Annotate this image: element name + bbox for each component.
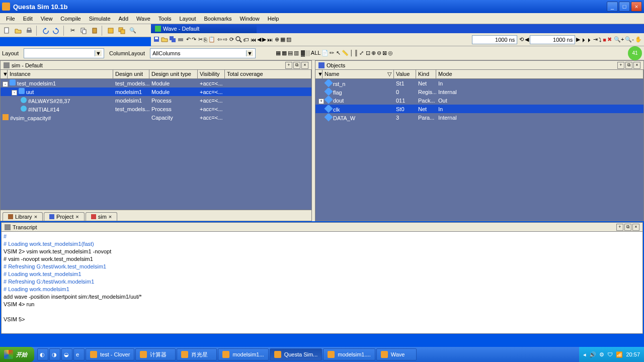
copy-icon[interactable]: ⎘ bbox=[204, 37, 207, 43]
zoom-sel-icon[interactable]: ⊠ bbox=[382, 50, 387, 56]
taskbar-item[interactable]: 计算器 bbox=[135, 348, 176, 360]
tool-b-icon[interactable]: ▩ bbox=[282, 50, 287, 56]
minimize-button[interactable]: _ bbox=[607, 2, 618, 12]
transcript-body[interactable]: ## Loading work.test_modelsim1(fast)VSIM… bbox=[2, 232, 642, 333]
compile-icon[interactable] bbox=[106, 26, 116, 36]
save-icon[interactable] bbox=[153, 36, 160, 44]
open-icon[interactable] bbox=[161, 36, 168, 44]
tool-a-icon[interactable]: ▦ bbox=[276, 50, 281, 56]
menu-help[interactable]: Help bbox=[264, 15, 283, 23]
taskbar-item[interactable]: Wave bbox=[376, 348, 417, 360]
open-icon[interactable] bbox=[13, 26, 23, 36]
panel-undock-button[interactable]: ⧉ bbox=[293, 62, 300, 69]
time-input-top[interactable] bbox=[472, 35, 517, 44]
quick-launch-1[interactable]: ◐ bbox=[37, 348, 48, 360]
tab-library[interactable]: Library× bbox=[3, 212, 43, 221]
column-layout-combo[interactable]: AllColumns ▼ bbox=[150, 48, 256, 58]
cursor1-icon[interactable]: │ bbox=[350, 50, 353, 56]
panel-close-button[interactable]: × bbox=[632, 224, 639, 231]
cursor-next-icon[interactable]: ▶ bbox=[262, 36, 266, 43]
taskbar-item[interactable]: Questa Sim... bbox=[270, 348, 323, 360]
menu-window[interactable]: Window bbox=[236, 15, 264, 23]
compile-all-icon[interactable] bbox=[117, 26, 127, 36]
taskbar-item[interactable]: modelsim1.... bbox=[323, 348, 375, 360]
panel-add-button[interactable]: + bbox=[616, 224, 623, 231]
col-mode[interactable]: Mode bbox=[436, 70, 643, 78]
col-name[interactable]: Name ▽ bbox=[323, 70, 394, 78]
menu-compile[interactable]: Compile bbox=[56, 15, 85, 23]
tray-icon[interactable]: 🛡 bbox=[607, 351, 613, 357]
run-back-icon[interactable]: ◀ bbox=[525, 36, 529, 43]
zoom-in-icon[interactable]: 🔍+ bbox=[614, 36, 624, 43]
step-icon[interactable]: ⇥ bbox=[593, 36, 598, 43]
tool1-icon[interactable]: ▦ bbox=[280, 36, 285, 43]
sort-icon[interactable]: ▼ bbox=[1, 70, 8, 78]
tool-c-icon[interactable]: ▤ bbox=[288, 50, 293, 56]
tree-row[interactable]: #vsim_capacity#Capacity+acc=<... bbox=[1, 113, 311, 122]
menu-edit[interactable]: Edit bbox=[19, 15, 37, 23]
undo-icon[interactable] bbox=[40, 26, 50, 36]
break-icon[interactable]: ■ bbox=[603, 37, 606, 43]
sim-tree[interactable]: -test_modelsim1test_models...Module+acc=… bbox=[1, 79, 311, 210]
tree-row[interactable]: -uutmodelsim1Module+acc=<... bbox=[1, 87, 311, 96]
save-all-icon[interactable] bbox=[169, 36, 176, 44]
cursor-back-icon[interactable]: ⏮ bbox=[251, 37, 256, 43]
menu-view[interactable]: View bbox=[37, 15, 57, 23]
close-button[interactable]: × bbox=[631, 2, 642, 12]
panel-add-button[interactable]: + bbox=[285, 62, 292, 69]
col-instance[interactable]: Instance bbox=[8, 70, 113, 78]
panel-add-button[interactable]: + bbox=[617, 62, 624, 69]
panel-close-button[interactable]: × bbox=[633, 62, 640, 69]
arrow-right-icon[interactable]: ⇨ bbox=[223, 36, 227, 43]
measure-icon[interactable]: 📏 bbox=[342, 50, 349, 56]
tree-row[interactable]: +dout011Pack...Out bbox=[315, 96, 643, 105]
menu-file[interactable]: File bbox=[2, 15, 19, 23]
start-button[interactable]: 开始 bbox=[0, 347, 34, 362]
tree-row[interactable]: #ALWAYS#28,37modelsim1Process+acc=<... bbox=[1, 96, 311, 105]
undo-icon[interactable]: ↶ bbox=[186, 36, 191, 43]
maximize-button[interactable]: □ bbox=[619, 2, 630, 12]
tool-d-icon[interactable]: ▥ bbox=[294, 50, 299, 56]
sort-icon[interactable]: ▼ bbox=[315, 70, 323, 78]
tool-i-icon[interactable]: ✏ bbox=[330, 50, 334, 56]
col-total-coverage[interactable]: Total coverage bbox=[225, 70, 311, 78]
wave-tab[interactable]: Wave - Default bbox=[151, 24, 257, 33]
taskbar-item[interactable]: 肖光星 bbox=[177, 348, 217, 360]
cursor2-icon[interactable]: ║ bbox=[354, 50, 358, 56]
bookmark-icon[interactable]: 🏷 bbox=[243, 37, 249, 43]
tool-g-icon[interactable]: ALL bbox=[311, 50, 321, 56]
zoom-full-icon[interactable]: ⊡ bbox=[366, 50, 370, 56]
tool-f-icon[interactable]: ░ bbox=[306, 50, 310, 56]
quick-launch-2[interactable]: ◑ bbox=[49, 348, 60, 360]
objects-tree[interactable]: rst_nSt1NetInflag0Regis...Internal+dout0… bbox=[315, 79, 643, 221]
taskbar-item[interactable]: modelsim1... bbox=[218, 348, 268, 360]
tool-e-icon[interactable]: ▓ bbox=[301, 50, 305, 56]
system-tray[interactable]: ◂ 🔊 ⚙ 🛡 📶 20:57 bbox=[579, 347, 644, 362]
cursor-fwd-icon[interactable]: ⏭ bbox=[267, 37, 273, 43]
layout-combo[interactable]: ▼ bbox=[24, 48, 104, 58]
col-kind[interactable]: Kind bbox=[416, 70, 436, 78]
tree-row[interactable]: rst_nSt1NetIn bbox=[315, 79, 643, 87]
print-icon[interactable] bbox=[24, 26, 34, 36]
menu-simulate[interactable]: Simulate bbox=[85, 15, 115, 23]
run-icon[interactable]: ▶ bbox=[576, 36, 580, 43]
tool2-icon[interactable]: ▨ bbox=[286, 36, 291, 43]
redo-icon[interactable]: ↷ bbox=[192, 36, 196, 43]
stop-icon[interactable]: ✖ bbox=[607, 36, 612, 43]
tree-row[interactable]: flag0Regis...Internal bbox=[315, 87, 643, 96]
refresh-icon[interactable]: ⟳ bbox=[229, 36, 234, 43]
quick-launch-4[interactable]: e bbox=[73, 348, 85, 360]
paste-icon[interactable] bbox=[90, 26, 100, 36]
print-icon[interactable] bbox=[177, 36, 184, 44]
menu-bookmarks[interactable]: Bookmarks bbox=[200, 15, 236, 23]
tray-icon[interactable]: 🔊 bbox=[589, 351, 596, 358]
col-design-unit[interactable]: Design unit bbox=[113, 70, 149, 78]
hand-icon[interactable]: ✋ bbox=[635, 36, 642, 43]
col-design-unit-type[interactable]: Design unit type bbox=[149, 70, 198, 78]
panel-undock-button[interactable]: ⧉ bbox=[624, 224, 631, 231]
tool-h-icon[interactable]: 📄 bbox=[321, 50, 329, 56]
menu-tools[interactable]: Tools bbox=[154, 15, 176, 23]
col-visibility[interactable]: Visibility bbox=[198, 70, 225, 78]
copy-icon[interactable] bbox=[78, 26, 89, 36]
tab-project[interactable]: Project× bbox=[44, 212, 85, 221]
